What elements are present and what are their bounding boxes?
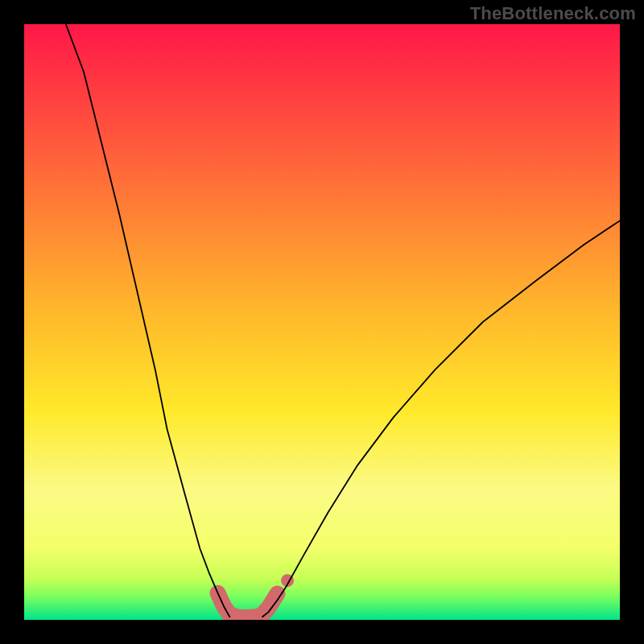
plot-area [24, 24, 620, 620]
watermark-text: TheBottleneck.com [470, 3, 636, 24]
bottleneck-chart [24, 24, 620, 620]
gradient-background [24, 24, 620, 620]
chart-frame: TheBottleneck.com [0, 0, 644, 644]
